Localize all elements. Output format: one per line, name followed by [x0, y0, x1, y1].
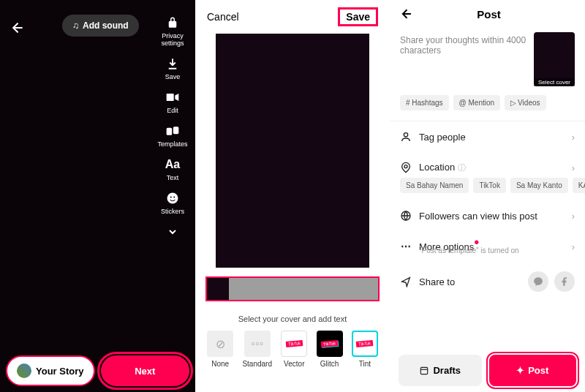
standard-icon: ◦◦◦ — [244, 331, 271, 357]
globe-icon — [400, 210, 412, 222]
text-tool[interactable]: Aa Text — [154, 157, 191, 181]
cancel-button[interactable]: Cancel — [207, 11, 239, 23]
stickers-label: Stickers — [161, 208, 184, 215]
cover-screen: Cancel Save Select your cover and add te… — [195, 0, 390, 392]
save-tool[interactable]: Save — [154, 56, 191, 80]
filter-label: Tint — [359, 360, 371, 368]
lock-icon — [166, 15, 179, 31]
cover-instruction: Select your cover and add text — [195, 314, 390, 323]
filter-glitch[interactable]: TikTok Glitch — [317, 331, 343, 368]
share-icons — [528, 271, 575, 292]
music-note-icon: ♫ — [72, 20, 79, 31]
location-chip[interactable]: KAHIT S — [573, 178, 585, 193]
post-footer: Drafts ✦ Post — [399, 355, 576, 386]
next-label: Next — [135, 366, 155, 377]
location-row[interactable]: Location ⓘ › — [390, 152, 585, 178]
svg-point-7 — [404, 165, 407, 168]
text-label: Text — [167, 174, 179, 181]
your-story-button[interactable]: Your Story — [6, 355, 95, 386]
followers-label: Followers can view this post — [419, 211, 565, 222]
svg-point-5 — [173, 197, 175, 198]
filter-vector[interactable]: TikTok Vector — [281, 331, 307, 368]
svg-point-6 — [404, 133, 407, 137]
share-to-label: Share to — [419, 276, 521, 287]
share-to-row: Share to — [390, 262, 585, 301]
filter-label: Standard — [242, 360, 272, 368]
filter-standard[interactable]: ◦◦◦ Standard — [242, 331, 272, 368]
select-cover-thumb[interactable]: Select cover — [534, 32, 575, 86]
drafts-button[interactable]: Drafts — [399, 355, 482, 386]
text-icon: Aa — [165, 157, 180, 173]
privacy-tool[interactable]: Privacy settings — [154, 15, 191, 47]
svg-rect-1 — [167, 128, 173, 135]
facebook-icon[interactable] — [554, 271, 575, 292]
post-button[interactable]: ✦ Post — [489, 355, 577, 386]
timeline-selected-frame — [207, 278, 229, 300]
caption-row: Share your thoughts within 4000 characte… — [390, 28, 585, 91]
editor-screen: ♫ Add sound Privacy settings Save Edit T… — [0, 0, 195, 392]
save-button[interactable]: Save — [338, 7, 378, 26]
location-chip[interactable]: TikTok — [473, 178, 506, 193]
back-arrow-icon[interactable] — [10, 20, 25, 35]
chevron-right-icon: › — [572, 162, 575, 173]
svg-rect-9 — [421, 367, 428, 374]
messenger-icon[interactable] — [528, 271, 548, 292]
edit-label: Edit — [167, 107, 178, 114]
stickers-tool[interactable]: Stickers — [154, 190, 191, 215]
expand-more[interactable] — [154, 224, 191, 240]
videos-chip[interactable]: ▷Videos — [505, 95, 546, 110]
svg-rect-2 — [173, 127, 179, 134]
hashtags-chip[interactable]: # Hashtags — [400, 95, 449, 110]
svg-point-3 — [167, 193, 178, 204]
save-label: Save — [165, 73, 181, 80]
page-title: Post — [422, 8, 556, 20]
chevron-right-icon: › — [572, 241, 575, 252]
chevron-down-icon — [167, 224, 178, 240]
edit-icon — [165, 89, 180, 105]
filter-label: None — [211, 360, 229, 368]
filter-none[interactable]: ⊘ None — [207, 331, 233, 368]
filter-label: Vector — [284, 360, 304, 368]
videos-chip-label: Videos — [518, 99, 540, 107]
chevron-right-icon: › — [572, 132, 575, 143]
location-label: Location ⓘ — [419, 162, 565, 173]
tool-column: Privacy settings Save Edit Templates Aa … — [154, 15, 191, 240]
chevron-right-icon: › — [572, 211, 575, 222]
glitch-icon: TikTok — [317, 331, 343, 357]
download-icon — [166, 56, 179, 72]
chip-row: # Hashtags @ Mention ▷Videos — [390, 91, 585, 121]
location-chip[interactable]: Sa May Kanto — [510, 178, 568, 193]
templates-tool[interactable]: Templates — [154, 123, 191, 148]
cover-header: Cancel Save — [195, 0, 390, 34]
caption-input[interactable]: Share your thoughts within 4000 characte… — [400, 32, 528, 86]
drafts-icon — [419, 366, 429, 376]
mention-chip[interactable]: @ Mention — [453, 95, 501, 110]
play-icon: ▷ — [510, 99, 516, 107]
location-suggestions: Sa Bahay Namen TikTok Sa May Kanto KAHIT… — [390, 178, 585, 200]
cover-timeline[interactable] — [205, 276, 380, 301]
add-sound-button[interactable]: ♫ Add sound — [62, 15, 139, 37]
sparkle-icon: ✦ — [516, 365, 524, 376]
back-arrow-icon[interactable] — [400, 7, 413, 20]
templates-icon — [165, 123, 180, 139]
location-chip[interactable]: Sa Bahay Namen — [400, 178, 469, 193]
templates-label: Templates — [157, 140, 187, 148]
tint-icon: TikTok — [352, 331, 378, 357]
vector-icon: TikTok — [281, 331, 307, 357]
your-story-label: Your Story — [36, 366, 84, 377]
tag-people-row[interactable]: Tag people › — [390, 121, 585, 152]
bottom-bar: Your Story Next — [6, 355, 189, 386]
filter-tint[interactable]: TikTok Tint — [352, 331, 378, 368]
person-icon — [400, 131, 412, 143]
edit-tool[interactable]: Edit — [154, 89, 191, 114]
info-icon: ⓘ — [458, 163, 466, 172]
share-icon — [400, 276, 412, 287]
post-label: Post — [528, 365, 548, 376]
post-screen: Post Share your thoughts within 4000 cha… — [390, 0, 585, 392]
select-cover-label: Select cover — [534, 78, 575, 86]
drafts-label: Drafts — [433, 365, 461, 376]
timeline-track — [229, 278, 378, 300]
cover-preview — [216, 34, 369, 268]
next-button[interactable]: Next — [101, 355, 190, 386]
followers-row[interactable]: Followers can view this post › — [390, 200, 585, 231]
